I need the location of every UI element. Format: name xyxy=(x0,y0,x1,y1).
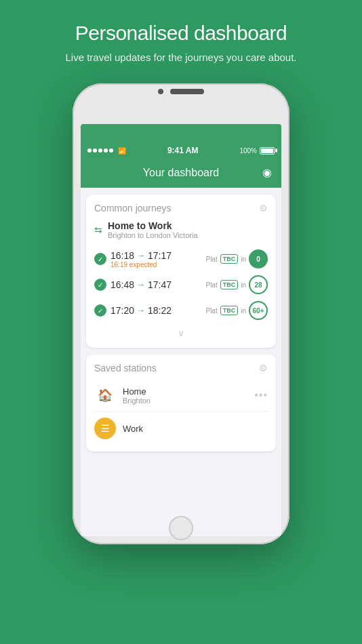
divider xyxy=(94,411,268,412)
arrow-icon: → xyxy=(137,251,145,260)
battery-percentage: 100% xyxy=(239,147,257,155)
in-label: in xyxy=(241,281,246,289)
arrow-icon: → xyxy=(137,280,145,289)
battery-fill xyxy=(261,148,273,153)
delayed-text: 16:19 expected xyxy=(110,261,172,268)
journeys-settings-icon[interactable]: ⚙ xyxy=(259,203,268,214)
battery-icon xyxy=(260,147,275,155)
check-icon: ✓ xyxy=(94,304,106,317)
journey-subtitle: Brighton to London Victoria xyxy=(108,231,198,239)
depart-time: 16:18 xyxy=(110,250,134,261)
journey-name: Home to Work xyxy=(108,220,198,231)
more-options-icon[interactable]: ••• xyxy=(254,389,268,401)
time-group: 16:18 → 17:17 16:19 expected xyxy=(110,250,172,268)
platform-section: Plat TBC in 28 xyxy=(205,275,268,294)
station-icon-work: ☰ xyxy=(94,418,116,439)
wifi-icon: 📶 xyxy=(118,147,126,155)
time-display: 16:48 → 17:47 xyxy=(110,279,201,290)
train-row[interactable]: ✓ 16:18 → 17:17 16:19 expected Plat xyxy=(94,246,268,272)
station-row[interactable]: 🏠 Home Brighton ••• xyxy=(94,380,268,410)
status-left: 📶 xyxy=(87,147,126,155)
check-icon: ✓ xyxy=(94,253,106,265)
station-icon-home: 🏠 xyxy=(94,384,116,406)
camera-icon xyxy=(158,89,163,94)
phone-top-area xyxy=(73,89,289,94)
plat-label: Plat xyxy=(205,281,217,289)
station-name: Work xyxy=(123,424,268,434)
saved-stations-card: Saved stations ⚙ 🏠 Home Brighton ••• xyxy=(86,355,276,451)
phone-frame: 📶 9:41 AM 100% Your dashboard ◉ xyxy=(73,83,289,544)
minutes-badge: 60+ xyxy=(249,301,268,320)
time-display: 16:18 → 17:17 xyxy=(110,250,172,261)
arrive-time: 17:47 xyxy=(148,279,172,290)
work-circle-icon: ☰ xyxy=(94,418,116,439)
station-name: Home xyxy=(123,386,247,397)
speaker-icon xyxy=(170,89,204,94)
page-subtitle: Live travel updates for the journeys you… xyxy=(65,50,296,64)
home-button[interactable] xyxy=(169,516,193,540)
tbc-badge: TBC xyxy=(220,306,239,315)
status-right: 100% xyxy=(239,147,275,155)
status-time: 9:41 AM xyxy=(167,146,199,155)
tbc-badge: TBC xyxy=(220,254,239,264)
common-journeys-card: Common journeys ⚙ ⇆ Home to Work Brighto… xyxy=(86,195,276,348)
page-header: Personalised dashboard Live travel updat… xyxy=(52,0,310,71)
platform-section: Plat TBC in 60+ xyxy=(205,301,268,320)
app-header-title: Your dashboard xyxy=(143,167,219,179)
in-label: in xyxy=(241,256,246,263)
train-row[interactable]: ✓ 16:48 → 17:47 Plat TBC in 28 xyxy=(94,272,268,298)
show-more-button[interactable]: ∨ xyxy=(94,323,268,340)
station-row[interactable]: ☰ Work xyxy=(94,414,268,443)
arrive-time: 17:17 xyxy=(148,250,172,261)
in-label: in xyxy=(241,307,246,315)
content-area: Common journeys ⚙ ⇆ Home to Work Brighto… xyxy=(81,188,281,536)
station-info: Work xyxy=(123,424,268,434)
eye-icon[interactable]: ◉ xyxy=(262,166,272,179)
signal-icon xyxy=(87,148,113,153)
phone-screen: 📶 9:41 AM 100% Your dashboard ◉ xyxy=(81,124,281,536)
status-bar: 📶 9:41 AM 100% xyxy=(81,143,281,158)
plat-label: Plat xyxy=(205,307,217,315)
minutes-badge: 0 xyxy=(249,249,268,268)
depart-time: 17:20 xyxy=(110,305,134,316)
minutes-badge: 28 xyxy=(249,275,268,294)
page-title: Personalised dashboard xyxy=(65,22,296,45)
platform-section: Plat TBC in 0 xyxy=(205,249,268,268)
stations-settings-icon[interactable]: ⚙ xyxy=(259,363,268,374)
depart-time: 16:48 xyxy=(110,279,134,290)
plat-label: Plat xyxy=(205,256,217,263)
check-icon: ✓ xyxy=(94,279,106,291)
journey-header: ⇆ Home to Work Brighton to London Victor… xyxy=(94,220,268,239)
journeys-card-header: Common journeys ⚙ xyxy=(94,203,268,214)
stations-section-title: Saved stations xyxy=(94,363,157,374)
swap-arrows-icon: ⇆ xyxy=(94,224,102,235)
arrive-time: 18:22 xyxy=(148,305,172,316)
stations-card-header: Saved stations ⚙ xyxy=(94,363,268,374)
journey-info: Home to Work Brighton to London Victoria xyxy=(108,220,198,239)
station-info: Home Brighton xyxy=(123,386,247,405)
time-display: 17:20 → 18:22 xyxy=(110,305,201,316)
page-background: Personalised dashboard Live travel updat… xyxy=(0,0,362,644)
tbc-badge: TBC xyxy=(220,280,239,289)
arrow-icon: → xyxy=(137,306,145,315)
train-row[interactable]: ✓ 17:20 → 18:22 Plat TBC in 60+ xyxy=(94,298,268,323)
app-header: Your dashboard ◉ xyxy=(81,158,281,188)
journeys-section-title: Common journeys xyxy=(94,203,172,214)
station-place: Brighton xyxy=(123,397,247,405)
